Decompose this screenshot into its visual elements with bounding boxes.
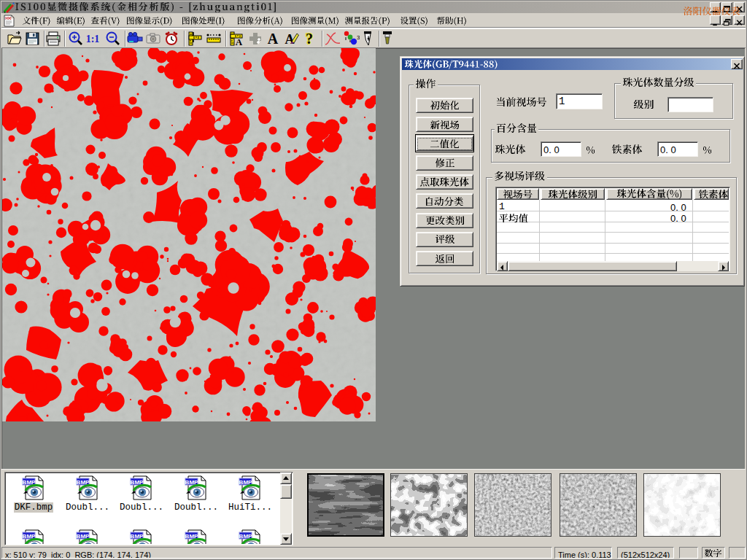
svg-text:DOC: DOC: [6, 17, 14, 20]
svg-text:A: A: [268, 31, 279, 47]
svg-text:1:1: 1:1: [86, 34, 100, 44]
svg-text:?: ?: [306, 31, 313, 47]
svg-text:A: A: [236, 36, 243, 47]
